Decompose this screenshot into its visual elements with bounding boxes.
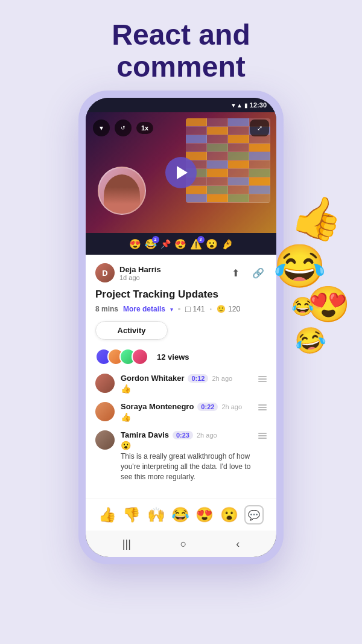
comment-content-1: Gordon Whitaker 0:12 2h ago 👍 [121, 374, 252, 394]
emoji-item-1[interactable]: 😍 [129, 238, 141, 250]
more-details-chevron[interactable]: ▾ [170, 306, 173, 313]
video-player[interactable]: ▾ ↺ 1x ⤢ [86, 112, 276, 233]
bottom-emoji-heart[interactable]: 😍 [195, 506, 214, 523]
view-icon: □ [185, 304, 190, 314]
post-duration: 8 mins [95, 305, 118, 313]
phone-outer-shell: ▼▲ ▮ 12:30 [78, 91, 284, 564]
comment-row-2: Soraya Montenegro 0:22 2h ago 👍 [95, 402, 267, 422]
link-button[interactable]: 🔗 [250, 264, 267, 281]
emoji-item-6[interactable]: 😮 [206, 238, 218, 250]
content-area: D Deja Harris 1d ago ⬆ 🔗 Project Trackin… [86, 255, 276, 499]
activity-tab[interactable]: Activity [95, 321, 168, 340]
comment-header-3: Tamira Davis 0:23 2h ago [121, 430, 252, 439]
comment-header-1: Gordon Whitaker 0:12 2h ago [121, 374, 252, 383]
more-lines-icon-2[interactable] [258, 402, 267, 410]
more-lines-icon-3[interactable] [258, 430, 267, 439]
floating-laugh2-emoji: 😂 [292, 324, 328, 358]
author-details: Deja Harris 1d ago [119, 265, 161, 281]
emoji-count-number: 120 [228, 305, 240, 313]
post-header: D Deja Harris 1d ago ⬆ 🔗 [95, 263, 267, 282]
comment-avatar-1 [95, 374, 115, 393]
comment-avatar-3 [95, 430, 115, 450]
comment-reaction-1: 👍 [121, 384, 252, 394]
phone-screen: ▼▲ ▮ 12:30 [86, 98, 276, 557]
viewer-avatars [95, 348, 144, 365]
speed-button[interactable]: 1x [136, 122, 153, 134]
viewer-avatar-4 [132, 348, 148, 365]
status-icons: ▼▲ ▮ 12:30 [230, 101, 267, 109]
bottom-emoji-clap[interactable]: 🙌 [147, 506, 165, 523]
comment-input-button[interactable]: 💬 [244, 505, 264, 524]
emoji-item-4[interactable]: 😍 [174, 238, 186, 250]
comment-time-3: 2h ago [197, 432, 217, 439]
commenter-name-2: Soraya Montenegro [121, 402, 194, 411]
presenter-body [104, 174, 140, 215]
video-controls[interactable]: ▾ ↺ 1x [93, 120, 153, 136]
nav-menu-icon[interactable]: ||| [122, 538, 131, 550]
more-details-link[interactable]: More details [123, 305, 165, 313]
comment-timestamp-2: 0:22 [197, 403, 218, 411]
status-bar: ▼▲ ▮ 12:30 [86, 98, 276, 112]
comment-actions-3 [258, 430, 267, 482]
comment-avatar-2 [95, 402, 115, 421]
comment-actions-2 [258, 402, 267, 422]
comment-content-3: Tamira Davis 0:23 2h ago 😮 This is a rea… [121, 430, 252, 482]
emoji-badge-2: 2 [152, 236, 159, 243]
commenter-name-1: Gordon Whitaker [121, 374, 184, 383]
battery-icon: ▮ [244, 102, 248, 109]
nav-home-icon[interactable]: ○ [180, 538, 187, 550]
comment-row-1: Gordon Whitaker 0:12 2h ago 👍 [95, 374, 267, 394]
comment-reaction-3: 😮 [121, 441, 252, 450]
play-icon [177, 166, 188, 179]
post-author: D Deja Harris 1d ago [95, 263, 161, 282]
floating-heart-eyes-emoji: 😍 [306, 284, 350, 325]
emoji-badge-3: 3 [197, 236, 205, 243]
rewind-icon[interactable]: ↺ [115, 120, 132, 136]
comment-timestamp-3: 0:23 [173, 431, 193, 439]
share-button[interactable]: ⬆ [227, 264, 244, 281]
dot-separator: • [210, 306, 212, 313]
comment-text-3: This is a really great walkthrough of ho… [121, 451, 252, 482]
bottom-emoji-laugh[interactable]: 😂 [171, 506, 189, 523]
view-count: □ 141 [185, 304, 205, 314]
emoji-reaction-bar[interactable]: 😍 😂 2 📌 😍 ⚠️ 3 😮 🤌 [86, 233, 276, 255]
comment-header-2: Soraya Montenegro 0:22 2h ago [121, 402, 252, 411]
nav-bar: ||| ○ ‹ [86, 531, 276, 557]
author-name: Deja Harris [119, 265, 161, 274]
comment-reaction-2: 👍 [121, 412, 252, 422]
comment-content-2: Soraya Montenegro 0:22 2h ago 👍 [121, 402, 252, 422]
viewers-row: 12 views [95, 348, 267, 365]
bottom-emoji-bar[interactable]: 👍 👎 🙌 😂 😍 😮 💬 [86, 499, 276, 531]
nav-back-icon[interactable]: ‹ [236, 538, 240, 550]
comment-timestamp-1: 0:12 [188, 374, 208, 383]
emoji-count: 🙂 120 [217, 305, 240, 313]
post-time: 1d ago [119, 274, 161, 281]
phone-device: ▼▲ ▮ 12:30 [78, 91, 284, 564]
comment-time-1: 2h ago [212, 375, 232, 382]
comment-actions-1 [258, 374, 267, 394]
status-time: 12:30 [250, 101, 267, 109]
comment-row-3: Tamira Davis 0:23 2h ago 😮 This is a rea… [95, 430, 267, 482]
emoji-item-3[interactable]: 📌 [160, 239, 171, 249]
bottom-emoji-thumbsdown[interactable]: 👎 [122, 506, 141, 523]
post-actions: ⬆ 🔗 [227, 264, 267, 281]
signal-icon: ▼▲ [230, 102, 243, 109]
comment-time-2: 2h ago [221, 403, 242, 410]
emoji-item-7[interactable]: 🤌 [221, 238, 233, 250]
author-avatar: D [95, 263, 115, 282]
post-meta: 8 mins More details ▾ □ 141 • 🙂 120 [95, 304, 267, 314]
emoji-count-icon: 🙂 [217, 305, 226, 313]
emoji-item-5[interactable]: ⚠️ 3 [190, 238, 202, 250]
chevron-down-button[interactable]: ▾ [93, 120, 110, 136]
play-button[interactable] [165, 157, 197, 188]
floating-laugh3-emoji: 😂 [291, 296, 314, 317]
more-lines-icon-1[interactable] [258, 374, 267, 382]
view-number: 141 [193, 305, 205, 313]
meta-divider [178, 308, 180, 310]
expand-button[interactable]: ⤢ [250, 120, 269, 136]
emoji-item-2[interactable]: 😂 2 [145, 238, 157, 250]
post-title: Project Tracking Updates [95, 289, 267, 301]
bottom-emoji-wow[interactable]: 😮 [220, 506, 238, 523]
bottom-emoji-thumbsup[interactable]: 👍 [98, 506, 116, 523]
hero-title: React and comment [0, 0, 362, 98]
